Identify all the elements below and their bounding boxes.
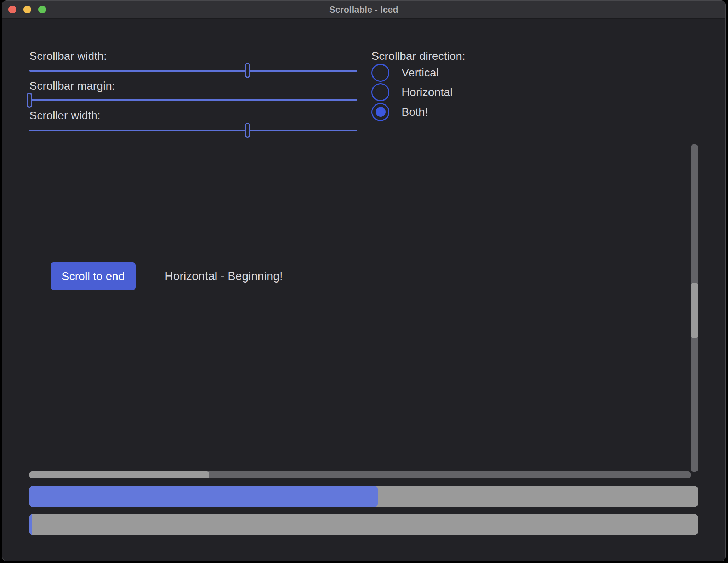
slider-handle[interactable] <box>245 63 250 78</box>
slider-handle[interactable] <box>27 93 32 108</box>
slider-track[interactable] <box>29 99 357 101</box>
progress-fill <box>29 514 32 535</box>
vertical-progress-bar <box>29 514 698 535</box>
scroll-status-text: Horizontal - Beginning! <box>165 262 283 290</box>
radio-circle-icon[interactable] <box>371 64 389 82</box>
traffic-lights <box>8 1 46 18</box>
minimize-button[interactable] <box>23 6 31 13</box>
progress-fill <box>29 486 378 507</box>
radio-label: Both! <box>402 106 428 119</box>
radio-option-vertical[interactable]: Vertical <box>371 63 439 82</box>
scrollbar-width-slider[interactable] <box>29 63 357 78</box>
slider-track[interactable] <box>29 130 357 131</box>
scroller-width-slider[interactable] <box>29 123 357 138</box>
zoom-button[interactable] <box>38 6 46 13</box>
radio-option-horizontal[interactable]: Horizontal <box>371 83 453 101</box>
app-window: Scrollable - Iced Scrollbar width: Scrol… <box>2 0 726 561</box>
radio-dot-icon <box>376 107 386 117</box>
horizontal-progress-bar <box>29 486 698 507</box>
horizontal-scrollbar-track[interactable] <box>29 471 691 478</box>
radio-option-both[interactable]: Both! <box>371 103 428 121</box>
scrollbar-width-label: Scrollbar width: <box>29 50 107 63</box>
scrollbar-margin-label: Scrollbar margin: <box>29 79 115 92</box>
scroll-to-end-button[interactable]: Scroll to end <box>51 262 136 290</box>
horizontal-scroller[interactable] <box>29 471 209 478</box>
radio-label: Horizontal <box>402 86 453 99</box>
slider-track[interactable] <box>29 70 357 72</box>
scrollbar-direction-label: Scrollbar direction: <box>371 50 465 63</box>
vertical-scroller[interactable] <box>691 283 698 338</box>
radio-circle-icon[interactable] <box>371 83 389 101</box>
vertical-scrollbar-track[interactable] <box>691 144 698 472</box>
window-title: Scrollable - Iced <box>329 5 398 15</box>
close-button[interactable] <box>8 6 16 13</box>
radio-label: Vertical <box>402 66 439 79</box>
scrollbar-margin-slider[interactable] <box>29 93 357 108</box>
radio-circle-icon[interactable] <box>371 103 389 121</box>
slider-handle[interactable] <box>245 123 250 138</box>
scroller-width-label: Scroller width: <box>29 109 101 122</box>
titlebar: Scrollable - Iced <box>2 1 725 19</box>
